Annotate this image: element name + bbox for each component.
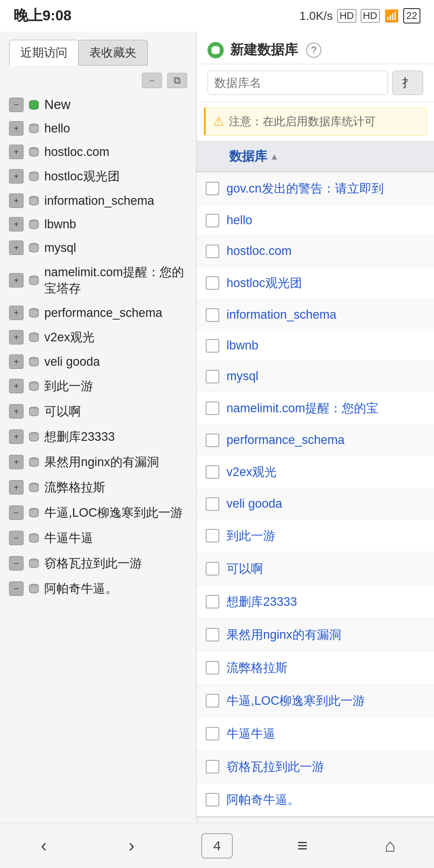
- tree-db-icon: [27, 379, 41, 393]
- sort-icon: ▲: [270, 151, 279, 162]
- home-button[interactable]: ⌂: [372, 832, 408, 859]
- row-checkbox[interactable]: [206, 401, 219, 415]
- table-row[interactable]: 可以啊: [197, 552, 434, 585]
- table-row[interactable]: performance_schema: [197, 425, 434, 456]
- db-create-button[interactable]: 扌: [392, 71, 423, 95]
- row-checkbox[interactable]: [206, 182, 219, 195]
- db-row-name: 牛逼牛逼: [226, 726, 425, 742]
- right-panel: 新建数据库 ? 扌 ⚠ 注意：在此启用数据库统计可 数据库 ▲ gov.cn发出…: [197, 32, 434, 823]
- tree-item-qiegewala[interactable]: − 窃格瓦拉到此一游: [7, 551, 196, 576]
- row-checkbox[interactable]: [206, 628, 219, 642]
- table-row[interactable]: 流弊格拉斯: [197, 651, 434, 684]
- tree-item-lbwnb[interactable]: + lbwnb: [7, 212, 196, 236]
- row-checkbox[interactable]: [206, 595, 219, 609]
- tree-item-keyi[interactable]: + 可以啊: [7, 399, 196, 424]
- row-checkbox[interactable]: [206, 497, 219, 511]
- row-checkbox[interactable]: [206, 434, 219, 447]
- tree-item-daoyi[interactable]: + 到此一游: [7, 373, 196, 399]
- table-row[interactable]: veli gooda: [197, 489, 434, 519]
- tree-expand-icon: −: [9, 505, 24, 520]
- tab-favorites[interactable]: 表收藏夹: [78, 40, 148, 66]
- page-number[interactable]: 4: [201, 833, 233, 859]
- tree-label: 想删库23333: [44, 429, 194, 445]
- table-row[interactable]: gov.cn发出的警告：请立即到: [197, 172, 434, 205]
- table-row[interactable]: information_schema: [197, 300, 434, 330]
- tree-item-niubi-loc[interactable]: − 牛逼,LOC柳逸寒到此一游: [7, 500, 196, 525]
- row-checkbox[interactable]: [206, 529, 219, 542]
- tree-db-icon: [27, 194, 41, 208]
- table-row[interactable]: 到此一游: [197, 519, 434, 552]
- tree-db-icon: [27, 405, 41, 418]
- table-row[interactable]: lbwnb: [197, 330, 434, 361]
- tree-item-veli[interactable]: + veli gooda: [7, 350, 196, 373]
- row-checkbox[interactable]: [206, 661, 219, 675]
- row-checkbox[interactable]: [206, 760, 219, 774]
- expand-button[interactable]: ⧉: [167, 73, 187, 88]
- tree-item-hostloc[interactable]: + hostloc.com: [7, 140, 196, 164]
- row-checkbox[interactable]: [206, 276, 219, 290]
- db-row-name: 想删库23333: [226, 594, 425, 610]
- table-row[interactable]: hostloc观光团: [197, 267, 434, 300]
- table-row[interactable]: 牛逼,LOC柳逸寒到此一游: [197, 684, 434, 717]
- tree-db-icon: [27, 582, 41, 595]
- row-checkbox[interactable]: [206, 562, 219, 576]
- row-checkbox[interactable]: [206, 214, 219, 227]
- row-checkbox[interactable]: [206, 308, 219, 322]
- tree-label: 流弊格拉斯: [44, 479, 194, 495]
- tab-recent[interactable]: 近期访问: [9, 40, 79, 66]
- tree-item-new[interactable]: − New: [7, 93, 196, 117]
- notice-text: 注意：在此启用数据库统计可: [229, 114, 376, 129]
- tree-expand-icon: +: [9, 306, 24, 320]
- tree-item-nginx[interactable]: + 果然用nginx的有漏洞: [7, 449, 196, 475]
- table-row[interactable]: 窃格瓦拉到此一游: [197, 750, 434, 783]
- row-checkbox[interactable]: [206, 694, 219, 708]
- table-row[interactable]: hostloc.com: [197, 236, 434, 267]
- db-row-name: 牛逼,LOC柳逸寒到此一游: [226, 693, 425, 709]
- tree-item-apache[interactable]: − 阿帕奇牛逼。: [7, 576, 196, 601]
- table-row[interactable]: 想删库23333: [197, 585, 434, 618]
- help-icon[interactable]: ?: [306, 42, 321, 58]
- row-checkbox[interactable]: [206, 727, 219, 741]
- row-checkbox[interactable]: [206, 793, 219, 807]
- tree-item-liubi[interactable]: + 流弊格拉斯: [7, 475, 196, 500]
- tree-item-hostloc-tour[interactable]: + hostloc观光团: [7, 164, 196, 189]
- back-button[interactable]: ‹: [26, 832, 62, 859]
- table-row[interactable]: hello: [197, 205, 434, 236]
- table-row[interactable]: mysql: [197, 361, 434, 392]
- tree-db-icon: [27, 531, 41, 545]
- tree-item-v2ex[interactable]: + v2ex观光: [7, 325, 196, 350]
- tree-label: 牛逼,LOC柳逸寒到此一游: [44, 505, 194, 521]
- tree-item-mysql[interactable]: + mysql: [7, 236, 196, 259]
- menu-button[interactable]: ≡: [284, 832, 321, 859]
- db-row-name: 阿帕奇牛逼。: [226, 792, 425, 808]
- tree-expand-icon: +: [9, 354, 24, 369]
- db-name-input[interactable]: [208, 71, 388, 95]
- tree-toolbar: － ⧉: [0, 70, 196, 91]
- header-name-col[interactable]: 数据库 ▲: [229, 148, 279, 165]
- db-row-name: namelimit.com提醒：您的宝: [226, 400, 425, 416]
- tree-item-namelimit[interactable]: + namelimit.com提醒：您的宝塔存: [7, 259, 196, 301]
- db-row-name: gov.cn发出的警告：请立即到: [226, 180, 425, 197]
- table-row[interactable]: 果然用nginx的有漏洞: [197, 618, 434, 651]
- table-row[interactable]: 阿帕奇牛逼。: [197, 783, 434, 816]
- forward-button[interactable]: ›: [113, 832, 150, 859]
- tree-db-icon: [27, 481, 41, 494]
- tree-label: 可以啊: [44, 403, 194, 420]
- tree-item-hello[interactable]: + hello: [7, 117, 196, 140]
- tree-item-perf-schema[interactable]: + performance_schema: [7, 301, 196, 325]
- row-checkbox[interactable]: [206, 465, 219, 479]
- table-row[interactable]: namelimit.com提醒：您的宝: [197, 392, 434, 425]
- row-checkbox[interactable]: [206, 370, 219, 383]
- row-checkbox[interactable]: [206, 339, 219, 353]
- row-checkbox[interactable]: [206, 245, 219, 258]
- table-row[interactable]: 牛逼牛逼: [197, 717, 434, 750]
- table-row[interactable]: v2ex观光: [197, 456, 434, 489]
- tree-item-info-schema[interactable]: + information_schema: [7, 189, 196, 212]
- tree-label: veli gooda: [44, 355, 194, 369]
- tree-expand-icon: +: [9, 330, 24, 344]
- collapse-button[interactable]: －: [142, 73, 162, 88]
- tree-item-niubi2[interactable]: − 牛逼牛逼: [7, 525, 196, 551]
- db-row-name: veli gooda: [226, 497, 425, 511]
- tree-item-delete[interactable]: + 想删库23333: [7, 424, 196, 449]
- tree-db-icon: [27, 506, 41, 519]
